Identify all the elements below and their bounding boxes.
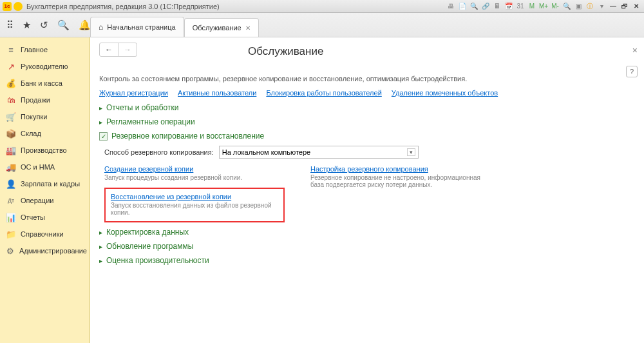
page-close-icon[interactable]: × xyxy=(632,45,638,55)
chevron-right-icon: ▸ xyxy=(99,119,102,126)
search-toolbar-icon[interactable]: 🔍 xyxy=(57,19,70,31)
date-icon[interactable]: 31 xyxy=(515,2,526,11)
sidebar-item-salary[interactable]: 👤Зарплата и кадры xyxy=(0,175,90,192)
content: ← → Обслуживание × ? Контроль за состоян… xyxy=(90,37,644,343)
help-icon[interactable]: ▾ xyxy=(596,2,607,11)
bell-icon[interactable]: 🔔 xyxy=(79,19,91,31)
link-create-backup[interactable]: Создание резервной копии xyxy=(104,165,193,173)
tab-service[interactable]: Обслуживание ✕ xyxy=(184,18,259,37)
restore-highlight-box: Восстановление из резервной копии Запуск… xyxy=(104,188,285,222)
sidebar-item-operations[interactable]: ДтОперации xyxy=(0,192,90,209)
checkbox-icon[interactable]: ✓ xyxy=(99,132,108,141)
section-regops[interactable]: ▸Регламентные операции xyxy=(99,117,635,126)
config-backup-sub: Резервное копирование не настроено, инфо… xyxy=(310,174,491,188)
chevron-right-icon: ▸ xyxy=(99,229,102,236)
chevron-down-icon[interactable]: ▾ xyxy=(407,148,415,156)
section-update[interactable]: ▸Обновление программы xyxy=(99,242,635,251)
link-restore-backup[interactable]: Восстановление из резервной копии xyxy=(111,193,231,201)
close-icon[interactable]: ✕ xyxy=(631,2,641,11)
window-title: Бухгалтерия предприятия, редакция 3.0 (1… xyxy=(26,3,446,10)
app-logo-icon: 1c xyxy=(3,2,12,11)
restore-backup-sub: Запуск восстановления данных из файлов р… xyxy=(111,202,278,216)
money-icon: 💰 xyxy=(6,79,15,88)
minimize-icon[interactable]: — xyxy=(608,2,618,11)
link-config-backup[interactable]: Настройка резервного копирования xyxy=(310,165,428,173)
page-title: Обслуживание xyxy=(248,45,323,58)
zoom-icon[interactable]: 🔍 xyxy=(562,2,572,11)
window-titlebar: 1c Бухгалтерия предприятия, редакция 3.0… xyxy=(0,0,644,13)
tab-start-label: Начальная страница xyxy=(107,23,175,31)
calc-icon[interactable]: 🖩 xyxy=(492,2,502,11)
bars-icon: 📊 xyxy=(6,213,15,222)
folder-icon: 📁 xyxy=(6,230,15,239)
nav-back-button[interactable]: ← xyxy=(100,43,118,56)
tab-close-icon[interactable]: ✕ xyxy=(245,24,251,32)
sidebar-item-manager[interactable]: ↗Руководителю xyxy=(0,58,90,75)
gear-icon: ⚙ xyxy=(6,246,14,255)
history-icon[interactable]: ↺ xyxy=(40,19,48,31)
chevron-right-icon: ▸ xyxy=(99,243,102,250)
favorites-icon[interactable]: ▣ xyxy=(573,2,583,11)
backup-method-label: Способ резервного копирования: xyxy=(104,148,214,156)
tab-service-label: Обслуживание xyxy=(193,24,242,32)
sidebar-item-bank[interactable]: 💰Банк и касса xyxy=(0,75,90,92)
truck-icon: 🚚 xyxy=(6,162,15,172)
backup-method-value: На локальном компьютере xyxy=(222,148,311,156)
create-backup-sub: Запуск процедуры создания резервной копи… xyxy=(104,174,285,181)
star-icon[interactable]: ★ xyxy=(23,19,31,31)
sidebar-item-purchases[interactable]: 🛒Покупки xyxy=(0,108,90,125)
apps-icon[interactable]: ⠿ xyxy=(6,19,14,31)
menu-icon: ≡ xyxy=(6,45,15,54)
sidebar-item-admin[interactable]: ⚙Администрирование xyxy=(0,242,90,259)
titlebar-toolbar: 🖶 📄 🔍 🔗 🖩 📅 31 M M+ M- 🔍 ▣ ⓘ ▾ — 🗗 ✕ xyxy=(446,2,641,11)
sidebar-item-refs[interactable]: 📁Справочники xyxy=(0,226,90,242)
link-icon[interactable]: 🔗 xyxy=(480,2,491,11)
section-backup[interactable]: ✓ Резервное копирование и восстановление xyxy=(99,132,635,141)
factory-icon: 🏭 xyxy=(6,146,15,155)
sidebar: ≡Главное ↗Руководителю 💰Банк и касса 🛍Пр… xyxy=(0,37,90,343)
chevron-right-icon: ▸ xyxy=(99,257,102,264)
link-delete[interactable]: Удаление помеченных объектов xyxy=(392,89,498,97)
zoom-mplus-icon[interactable]: M+ xyxy=(538,2,549,11)
box-icon: 📦 xyxy=(6,129,15,138)
tabs: ⌂ Начальная страница Обслуживание ✕ xyxy=(90,13,259,37)
tab-start[interactable]: ⌂ Начальная страница xyxy=(90,17,184,37)
maximize-icon[interactable]: 🗗 xyxy=(620,2,630,11)
top-toolbar: ⠿ ★ ↺ 🔍 🔔 ⌂ Начальная страница Обслужива… xyxy=(0,13,644,37)
nav-buttons: ← → xyxy=(99,43,137,57)
sidebar-item-sales[interactable]: 🛍Продажи xyxy=(0,92,90,108)
link-log[interactable]: Журнал регистрации xyxy=(99,89,168,97)
help-button[interactable]: ? xyxy=(626,66,638,77)
nav-forward-button[interactable]: → xyxy=(118,43,137,56)
link-lock[interactable]: Блокировка работы пользователей xyxy=(266,89,381,97)
app-menu-icon[interactable] xyxy=(14,2,23,11)
dt-icon: Дт xyxy=(6,196,15,205)
backup-method-dropdown[interactable]: На локальном компьютере ▾ xyxy=(219,146,419,159)
top-links: Журнал регистрации Активные пользователи… xyxy=(99,89,635,97)
chevron-right-icon: ▸ xyxy=(99,104,102,112)
sidebar-item-assets[interactable]: 🚚ОС и НМА xyxy=(0,159,90,175)
sidebar-item-reports[interactable]: 📊Отчеты xyxy=(0,209,90,226)
page-description: Контроль за состоянием программы, резерв… xyxy=(99,75,635,83)
home-icon: ⌂ xyxy=(99,23,103,32)
section-reports[interactable]: ▸Отчеты и обработки xyxy=(99,103,635,112)
zoom-mminus-icon[interactable]: M- xyxy=(550,2,560,11)
print-icon[interactable]: 🖶 xyxy=(446,2,456,11)
section-correct[interactable]: ▸Корректировка данных xyxy=(99,228,635,237)
sidebar-item-warehouse[interactable]: 📦Склад xyxy=(0,125,90,142)
sidebar-item-main[interactable]: ≡Главное xyxy=(0,41,90,58)
preview-icon[interactable]: 📄 xyxy=(457,2,468,11)
person-icon: 👤 xyxy=(6,179,15,188)
bag-icon: 🛍 xyxy=(6,95,15,104)
zoom-m-icon[interactable]: M xyxy=(527,2,537,11)
chart-up-icon: ↗ xyxy=(6,62,15,71)
sidebar-item-production[interactable]: 🏭Производство xyxy=(0,142,90,159)
section-perf[interactable]: ▸Оценка производительности xyxy=(99,256,635,265)
calendar-icon[interactable]: 📅 xyxy=(504,2,514,11)
info-icon[interactable]: ⓘ xyxy=(585,2,595,11)
cart-icon: 🛒 xyxy=(6,112,15,121)
search-icon[interactable]: 🔍 xyxy=(469,2,479,11)
link-users[interactable]: Активные пользователи xyxy=(178,89,256,97)
